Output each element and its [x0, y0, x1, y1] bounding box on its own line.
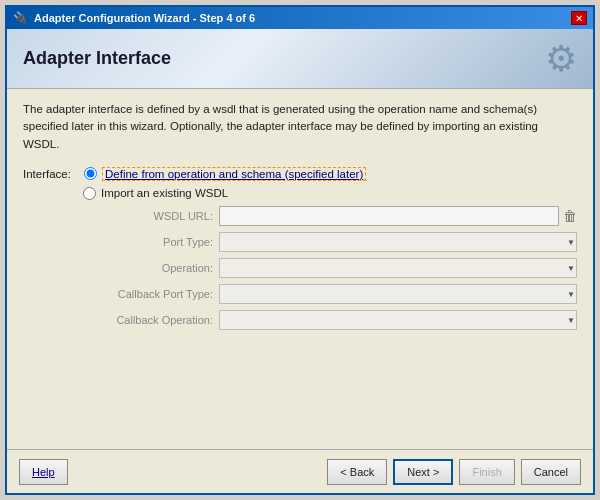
option1-radio[interactable]	[84, 167, 97, 180]
interface-label: Interface:	[23, 168, 78, 180]
callback-port-row: Callback Port Type: ▼	[93, 284, 577, 304]
folder-icon[interactable]: 🗑	[563, 208, 577, 224]
option1-label: Define from operation and schema (specif…	[102, 167, 366, 181]
option2-label: Import an existing WSDL	[101, 187, 228, 199]
port-type-label: Port Type:	[93, 236, 213, 248]
cancel-button[interactable]: Cancel	[521, 459, 581, 485]
description-text: The adapter interface is defined by a ws…	[23, 101, 577, 153]
operation-select-wrapper: ▼	[219, 258, 577, 278]
fields-section: WSDL URL: 🗑 Port Type: ▼ Oper	[93, 206, 577, 330]
callback-port-select-wrapper: ▼	[219, 284, 577, 304]
operation-select[interactable]	[219, 258, 577, 278]
option2-row: Import an existing WSDL	[83, 187, 577, 200]
callback-op-label: Callback Operation:	[93, 314, 213, 326]
option2-radio-group[interactable]: Import an existing WSDL	[83, 187, 228, 200]
option1-radio-group[interactable]: Define from operation and schema (specif…	[84, 167, 366, 181]
option1-row: Interface: Define from operation and sch…	[23, 167, 577, 181]
wsdl-url-label: WSDL URL:	[93, 210, 213, 222]
footer: Help < Back Next > Finish Cancel	[7, 449, 593, 493]
operation-label: Operation:	[93, 262, 213, 274]
finish-button[interactable]: Finish	[459, 459, 514, 485]
title-bar-left: 🔌 Adapter Configuration Wizard - Step 4 …	[13, 11, 255, 25]
page-title: Adapter Interface	[23, 48, 171, 69]
wsdl-url-input[interactable]	[219, 206, 559, 226]
interface-section: Interface: Define from operation and sch…	[23, 167, 577, 330]
callback-port-select[interactable]	[219, 284, 577, 304]
help-button[interactable]: Help	[19, 459, 68, 485]
option2-radio[interactable]	[83, 187, 96, 200]
gear-icon: ⚙	[545, 38, 577, 80]
footer-left: Help	[19, 459, 327, 485]
title-bar: 🔌 Adapter Configuration Wizard - Step 4 …	[7, 7, 593, 29]
header-banner: Adapter Interface ⚙	[7, 29, 593, 89]
callback-op-row: Callback Operation: ▼	[93, 310, 577, 330]
callback-port-label: Callback Port Type:	[93, 288, 213, 300]
footer-right: < Back Next > Finish Cancel	[327, 459, 581, 485]
callback-op-select[interactable]	[219, 310, 577, 330]
next-button[interactable]: Next >	[393, 459, 453, 485]
content-area: The adapter interface is defined by a ws…	[7, 89, 593, 449]
main-window: 🔌 Adapter Configuration Wizard - Step 4 …	[5, 5, 595, 495]
port-type-select[interactable]	[219, 232, 577, 252]
port-type-row: Port Type: ▼	[93, 232, 577, 252]
back-button[interactable]: < Back	[327, 459, 387, 485]
callback-op-select-wrapper: ▼	[219, 310, 577, 330]
window-title: Adapter Configuration Wizard - Step 4 of…	[34, 12, 255, 24]
close-button[interactable]: ✕	[571, 11, 587, 25]
app-icon: 🔌	[13, 11, 28, 25]
operation-row: Operation: ▼	[93, 258, 577, 278]
wsdl-url-row: WSDL URL: 🗑	[93, 206, 577, 226]
port-type-select-wrapper: ▼	[219, 232, 577, 252]
